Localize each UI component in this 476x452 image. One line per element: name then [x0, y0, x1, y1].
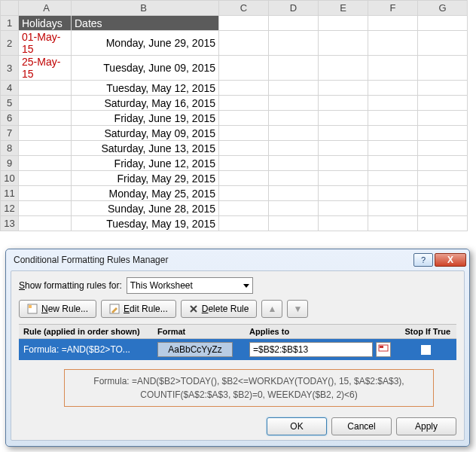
cell[interactable] [368, 201, 418, 216]
stop-if-true-checkbox[interactable] [421, 345, 431, 355]
corner-cell[interactable] [1, 1, 19, 16]
cell[interactable]: 25-May-15 [19, 56, 72, 81]
move-up-button[interactable]: ▲ [261, 300, 282, 318]
cell[interactable] [19, 201, 72, 216]
cell[interactable] [319, 16, 368, 31]
cell[interactable] [269, 126, 319, 141]
cell[interactable] [319, 96, 368, 111]
col-header-A[interactable]: A [19, 1, 72, 16]
applies-to-input[interactable]: =$B$2:$B$13 [249, 342, 373, 357]
cell[interactable]: Dates [72, 16, 219, 31]
row-header[interactable]: 11 [1, 186, 19, 201]
cell[interactable] [368, 126, 418, 141]
cell[interactable] [269, 216, 319, 231]
cell[interactable] [368, 111, 418, 126]
cell[interactable] [418, 31, 468, 56]
cell[interactable] [269, 186, 319, 201]
cell[interactable] [219, 126, 269, 141]
cell[interactable] [19, 126, 72, 141]
row-header[interactable]: 4 [1, 81, 19, 96]
cell[interactable] [319, 186, 368, 201]
cell[interactable] [319, 141, 368, 156]
row-header[interactable]: 3 [1, 56, 19, 81]
cell[interactable] [368, 156, 418, 171]
help-button[interactable]: ? [413, 253, 433, 267]
cell[interactable] [269, 96, 319, 111]
row-header[interactable]: 12 [1, 201, 19, 216]
cell[interactable]: Monday, June 29, 2015 [72, 31, 219, 56]
cell[interactable] [319, 81, 368, 96]
cell[interactable] [368, 81, 418, 96]
cell[interactable] [418, 156, 468, 171]
row-header[interactable]: 7 [1, 126, 19, 141]
edit-rule-button[interactable]: Edit Rule... [101, 300, 176, 318]
cell[interactable] [418, 216, 468, 231]
cell[interactable] [19, 216, 72, 231]
row-header[interactable]: 6 [1, 111, 19, 126]
cell[interactable] [219, 56, 269, 81]
cell[interactable] [19, 141, 72, 156]
cell[interactable] [319, 56, 368, 81]
row-header[interactable]: 9 [1, 156, 19, 171]
cell[interactable] [368, 31, 418, 56]
range-picker-button[interactable] [376, 342, 391, 357]
cell[interactable] [418, 171, 468, 186]
row-header[interactable]: 5 [1, 96, 19, 111]
cell[interactable]: Monday, May 25, 2015 [72, 186, 219, 201]
ok-button[interactable]: OK [267, 417, 327, 435]
spreadsheet[interactable]: A B C D E F G 1 Holidays Dates 2 01-May-… [0, 0, 468, 231]
cell[interactable]: 01-May-15 [19, 31, 72, 56]
cell[interactable] [319, 156, 368, 171]
cell[interactable] [319, 216, 368, 231]
cell[interactable]: Friday, June 12, 2015 [72, 156, 219, 171]
cell[interactable] [219, 16, 269, 31]
cell[interactable] [319, 126, 368, 141]
cell[interactable]: Holidays [19, 16, 72, 31]
rule-row[interactable]: Formula: =AND($B2>TO... AaBbCcYyZz =$B$2… [19, 339, 456, 360]
row-header[interactable]: 13 [1, 216, 19, 231]
cell[interactable] [19, 111, 72, 126]
col-header-G[interactable]: G [418, 1, 468, 16]
cell[interactable] [269, 141, 319, 156]
apply-button[interactable]: Apply [396, 417, 456, 435]
col-header-F[interactable]: F [368, 1, 418, 16]
cell[interactable] [418, 96, 468, 111]
cell[interactable] [219, 96, 269, 111]
move-down-button[interactable]: ▼ [287, 300, 308, 318]
cell[interactable] [418, 81, 468, 96]
col-header-C[interactable]: C [219, 1, 269, 16]
cell[interactable]: Tuesday, June 09, 2015 [72, 56, 219, 81]
row-header[interactable]: 10 [1, 171, 19, 186]
cell[interactable] [269, 156, 319, 171]
cell[interactable] [368, 16, 418, 31]
cell[interactable] [19, 171, 72, 186]
cell[interactable] [19, 186, 72, 201]
cell[interactable] [219, 111, 269, 126]
cell[interactable] [219, 156, 269, 171]
cell[interactable] [269, 16, 319, 31]
cell[interactable] [418, 201, 468, 216]
cell[interactable]: Sunday, June 28, 2015 [72, 201, 219, 216]
cell[interactable] [219, 216, 269, 231]
cell[interactable]: Tuesday, May 19, 2015 [72, 216, 219, 231]
col-header-E[interactable]: E [319, 1, 368, 16]
cell[interactable]: Saturday, May 16, 2015 [72, 96, 219, 111]
cell[interactable]: Friday, May 29, 2015 [72, 171, 219, 186]
cell[interactable] [219, 186, 269, 201]
cell[interactable] [269, 111, 319, 126]
new-rule-button[interactable]: New Rule... [19, 300, 96, 318]
cell[interactable] [319, 111, 368, 126]
cell[interactable]: Saturday, May 09, 2015 [72, 126, 219, 141]
cell[interactable] [269, 201, 319, 216]
cell[interactable] [319, 201, 368, 216]
cell[interactable] [418, 141, 468, 156]
cell[interactable] [368, 141, 418, 156]
cell[interactable] [418, 56, 468, 81]
cell[interactable] [368, 56, 418, 81]
cell[interactable]: Saturday, June 13, 2015 [72, 141, 219, 156]
cell[interactable] [319, 171, 368, 186]
cell[interactable] [319, 31, 368, 56]
cell[interactable] [219, 81, 269, 96]
cell[interactable] [269, 81, 319, 96]
cell[interactable] [269, 31, 319, 56]
